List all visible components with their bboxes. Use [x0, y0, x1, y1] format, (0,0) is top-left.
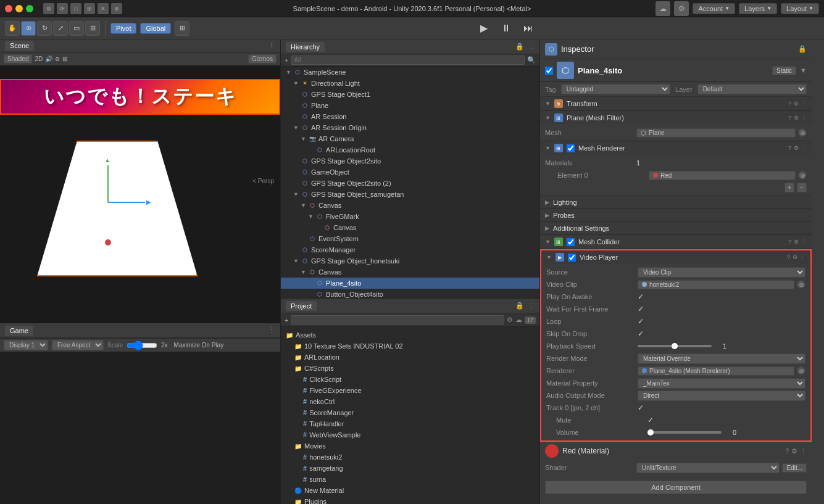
mesh-collider-header[interactable]: ▼ ⊞ Mesh Collider ? ⚙ ⋮ [540, 235, 812, 249]
project-item[interactable]: 📁Movies [283, 440, 537, 452]
project-item[interactable]: 📁10 Texture Sets INDUSTRIAL 02 [283, 341, 537, 352]
mesh-renderer-help-icon[interactable]: ? [788, 145, 791, 151]
mesh-filter-help-icon[interactable]: ? [788, 115, 791, 121]
hierarchy-item[interactable]: ⬡Plane_4sito [281, 278, 539, 289]
project-item[interactable]: #WebViewSample [283, 429, 537, 440]
toolbar-icon-5[interactable]: ✕ [98, 3, 109, 14]
toolbar-icon-4[interactable]: ⊞ [84, 3, 95, 14]
layer-select[interactable]: Default [697, 84, 807, 94]
play-button[interactable]: ▶ [477, 21, 491, 36]
additional-header[interactable]: ▶ Additional Settings [540, 222, 812, 234]
audio-output-select[interactable]: Direct [638, 390, 805, 401]
materials-add-btn[interactable]: + [784, 183, 794, 192]
project-item[interactable]: #suma [283, 474, 537, 485]
video-player-header[interactable]: ▼ ▶ Video Player ? ⚙ ⋮ [541, 250, 810, 264]
video-player-settings-icon[interactable]: ⚙ [793, 254, 797, 260]
close-dot[interactable] [5, 5, 12, 12]
toolbar-icon-2[interactable]: ⟳ [57, 3, 68, 14]
global-button[interactable]: Global [140, 23, 171, 34]
mesh-collider-menu-icon[interactable]: ⋮ [801, 239, 807, 245]
render-mode-select[interactable]: Material Override [638, 353, 805, 364]
shader-edit-button[interactable]: Edit... [782, 463, 807, 473]
video-player-help-icon[interactable]: ? [787, 254, 790, 260]
shaded-button[interactable]: Shaded [4, 54, 32, 64]
move-tool[interactable]: ⊕ [21, 21, 36, 36]
mesh-filter-settings-icon[interactable]: ⚙ [794, 115, 799, 121]
hierarchy-item[interactable]: ▼⬡FiveGMark [281, 211, 539, 222]
materials-remove-btn[interactable]: − [797, 183, 807, 192]
mesh-select-btn[interactable]: ◎ [798, 128, 807, 137]
layout-button[interactable]: Layout ▼ [781, 3, 819, 14]
transform-help-icon[interactable]: ? [788, 101, 791, 107]
project-item[interactable]: #honetsuki2 [283, 452, 537, 463]
mesh-renderer-settings-icon[interactable]: ⚙ [794, 145, 799, 151]
mesh-collider-help-icon[interactable]: ? [788, 239, 791, 245]
hierarchy-item[interactable]: ⬡Canvas [281, 222, 539, 233]
settings-icon[interactable]: ⚙ [674, 1, 689, 16]
project-item[interactable]: #samgetang [283, 463, 537, 474]
scale-slider[interactable] [127, 341, 157, 350]
hierarchy-item[interactable]: ▼☀Directional Light [281, 78, 539, 89]
red-material-help-icon[interactable]: ? [785, 447, 789, 455]
hierarchy-item[interactable]: ⬡ARLocationRoot [281, 144, 539, 155]
transform-settings-icon[interactable]: ⚙ [794, 101, 799, 107]
step-button[interactable]: ⏭ [521, 21, 536, 36]
hierarchy-add-button[interactable]: + [285, 57, 288, 64]
renderer-asset-ref[interactable]: Plane_4sito (Mesh Renderer) [638, 366, 794, 376]
project-item[interactable]: 📁Assets [283, 329, 537, 341]
grid-tool[interactable]: ⊞ [175, 21, 189, 36]
red-material-settings-icon[interactable]: ⚙ [791, 447, 797, 455]
cloud-icon[interactable]: ☁ [655, 1, 670, 16]
tag-select[interactable]: Untagged [561, 84, 670, 94]
volume-slider[interactable] [647, 431, 722, 434]
project-add-button[interactable]: + [285, 316, 288, 324]
renderer-select-btn[interactable]: ◎ [797, 366, 805, 375]
project-item[interactable]: #ClickScript [283, 374, 537, 385]
project-icon-1[interactable]: ⚙ [507, 316, 513, 324]
scene-tab[interactable]: Scene [5, 41, 34, 51]
hierarchy-item[interactable]: ▼⬡SampleScene [281, 67, 539, 78]
mesh-asset-ref[interactable]: ⬡ Plane [636, 128, 796, 138]
minimize-dot[interactable] [15, 5, 23, 12]
game-menu-dots[interactable]: ⋮ [268, 326, 275, 334]
material-property-select[interactable]: _MainTex [638, 378, 805, 389]
hierarchy-item[interactable]: ⬡Button_Object4sito [281, 289, 539, 298]
hierarchy-item[interactable]: ⬡GPS Stage Object2sito (2) [281, 178, 539, 189]
hierarchy-lock-icon[interactable]: 🔒 [515, 43, 524, 51]
transform-menu-icon[interactable]: ⋮ [801, 101, 807, 107]
video-clip-select-btn[interactable]: ◎ [797, 280, 805, 289]
element0-select-btn[interactable]: ◎ [798, 171, 807, 180]
static-button[interactable]: Static [772, 66, 796, 75]
video-player-checkbox[interactable] [568, 254, 576, 262]
inspector-lock-icon[interactable]: 🔒 [798, 45, 807, 53]
rect-tool[interactable]: ▭ [69, 21, 84, 36]
transform-header[interactable]: ▼ ⊕ Transform ? ⚙ ⋮ [540, 97, 812, 110]
mesh-collider-settings-icon[interactable]: ⚙ [794, 239, 799, 245]
video-player-menu-icon[interactable]: ⋮ [800, 254, 805, 260]
hierarchy-item[interactable]: ⬡EventSystem [281, 233, 539, 244]
project-item[interactable]: #nekoCtrl [283, 396, 537, 407]
mesh-filter-menu-icon[interactable]: ⋮ [801, 115, 807, 121]
mesh-renderer-checkbox[interactable] [567, 144, 575, 152]
toolbar-icon-6[interactable]: ⊕ [111, 3, 122, 14]
transform-tool[interactable]: ⊞ [85, 21, 100, 36]
hierarchy-item[interactable]: ⬡GPS Stage Object1 [281, 89, 539, 100]
hierarchy-item[interactable]: ▼⬡AR Session Origin [281, 122, 539, 133]
hierarchy-item[interactable]: ▼⬡GPS Stage Object_samugetan [281, 189, 539, 200]
static-dropdown-arrow[interactable]: ▼ [800, 67, 807, 74]
project-icon-2[interactable]: ☁ [515, 316, 522, 324]
project-item[interactable]: 📁C#Scripts [283, 363, 537, 374]
hierarchy-item[interactable]: ⬡AR Session [281, 111, 539, 122]
project-item[interactable]: 🔵New Material [283, 485, 537, 496]
hierarchy-menu-dots[interactable]: ⋮ [528, 43, 535, 51]
hierarchy-search-input[interactable] [291, 56, 525, 65]
hierarchy-item[interactable]: ⬡GameObject [281, 167, 539, 178]
scene-fx-icon[interactable]: ⚙ [55, 56, 60, 62]
hand-tool[interactable]: ✋ [5, 21, 20, 36]
project-tab[interactable]: Project [286, 301, 317, 311]
rotate-tool[interactable]: ↻ [37, 21, 52, 36]
mesh-renderer-header[interactable]: ▼ ⊞ Mesh Renderer ? ⚙ ⋮ [540, 141, 812, 155]
account-button[interactable]: Account ▼ [693, 3, 735, 14]
add-component-button[interactable]: Add Component [545, 481, 807, 494]
hierarchy-item[interactable]: ▼⬡Canvas [281, 266, 539, 278]
